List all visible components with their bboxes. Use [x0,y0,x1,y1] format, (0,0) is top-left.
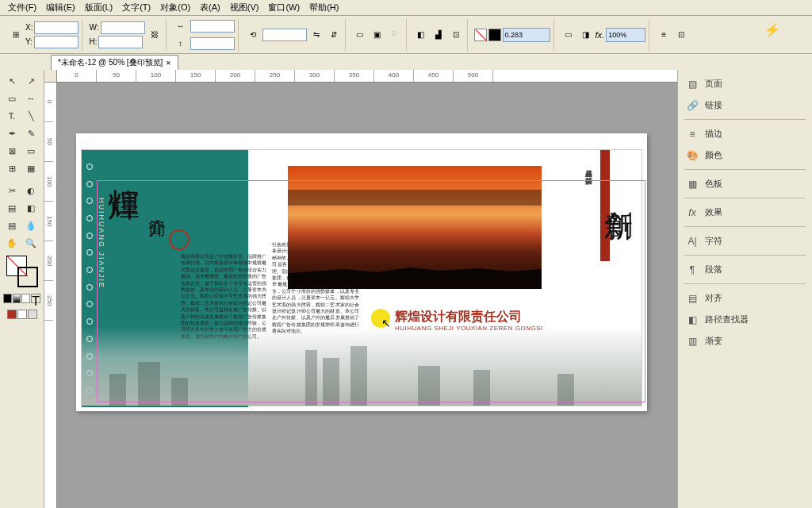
gradient-icon: ▥ [686,336,699,347]
free-transform-tool[interactable]: ◐ [22,183,40,198]
gradient-feather-tool[interactable]: ◧ [22,200,40,216]
x-label: X: [25,23,33,32]
scale-x-input[interactable] [190,20,235,33]
panel-pathfinder[interactable]: ◧路径查找器 [678,309,812,330]
panel-link[interactable]: 🔗链接 [678,94,812,116]
fx-icon[interactable]: ▭ [561,27,576,43]
toolbox: ↖↗ ▭↔ T.╲ ✒✎ ⊠▭ ⊞▦ ✂◐ ▤◧ ▤💧 ✋🔍 T [0,70,44,508]
x-input[interactable] [34,21,79,34]
menu-help[interactable]: 帮助(H) [304,0,343,15]
zoom-tool[interactable]: 🔍 [22,235,40,251]
panel-gradient[interactable]: ▥渐变 [678,330,812,352]
wrap-icon[interactable]: ≡ [656,27,672,43]
note-tool[interactable]: ▤ [3,217,21,233]
fill-swatch[interactable] [474,29,487,41]
vertical-pinyin: HUIHUANG JIANJIE [98,198,105,289]
gap-tool[interactable]: ↔ [22,90,40,106]
y-input[interactable] [34,36,79,48]
rotate-input[interactable] [262,29,307,41]
h-input[interactable] [98,36,143,48]
fx-label-icon[interactable]: fx. [596,30,605,40]
menu-view[interactable]: 视图(V) [225,0,264,15]
pathfinder-b-icon[interactable]: ▟ [431,27,446,43]
scale-x-icon[interactable]: ↔ [173,18,189,34]
artwork-frame: HUIHUANG JIANJIE HUIHUANG JIANJIE HUIHUA… [81,149,642,406]
panel-swatch[interactable]: ▦色板 [678,173,812,194]
fill-stroke-proxy[interactable] [6,256,38,287]
para-icon: ¶ [686,264,699,275]
ruler-horizontal[interactable]: 050100150200250300350400450500 [57,70,677,83]
pen-tool[interactable]: ✒ [3,125,21,141]
menu-table[interactable]: 表(A) [195,0,225,15]
apply-color-icon[interactable] [3,294,12,303]
rotate-icon[interactable]: ⟲ [245,27,261,43]
panel-stroke[interactable]: ≡描边 [678,123,812,144]
constrain-icon[interactable]: ⛓ [147,27,163,43]
menu-file[interactable]: 文件(F) [3,0,41,15]
sunset-image [288,166,542,289]
panel-fx[interactable]: fx效果 [678,202,812,223]
corners-icon[interactable]: ⊡ [673,27,689,43]
pencil-tool[interactable]: ✎ [22,125,40,141]
table-tool[interactable]: ⊞ [3,160,21,176]
menu-edit[interactable]: 编辑(E) [41,0,80,15]
mode-bleed-icon[interactable] [28,310,37,319]
rectangle-tool[interactable]: ▭ [22,143,40,159]
apply-none-icon[interactable] [21,294,30,303]
opacity-input[interactable]: 100% [606,28,645,42]
grid-tool[interactable]: ▦ [22,160,40,176]
stroke-weight-input[interactable]: 0.283 [503,28,550,42]
pathfinder-c-icon[interactable]: ⊡ [448,27,464,43]
artboard[interactable]: HUIHUANG JIANJIE HUIHUANG JIANJIE HUIHUA… [76,133,647,411]
menu-window[interactable]: 窗口(W) [263,0,304,15]
tagline-vertical: 卓越品质 创新科技 [584,164,594,171]
control-bar: ⊞ X: Y: W: H: ⛓ ↔ ↕ ⟲ ⇋ ⇵ ▭ ▣ P ◧ ▟ ⊡ 0 [0,16,812,54]
panel-align[interactable]: ▤对齐 [678,287,812,309]
mode-normal-icon[interactable] [7,310,17,319]
panel-para[interactable]: ¶段落 [678,259,812,280]
rectangle-frame-tool[interactable]: ⊠ [3,143,21,159]
yellow-highlight [371,309,390,328]
reference-point-icon[interactable]: ⊞ [8,27,24,43]
document-tab[interactable]: *未命名-12 @ 50% [叠印预览] ✕ [51,55,178,70]
h-label: H: [89,37,97,46]
hand-tool[interactable]: ✋ [3,235,21,251]
formatting-text-icon[interactable]: T [31,294,40,303]
apply-gradient-icon[interactable] [13,294,21,303]
selection-tool[interactable]: ↖ [3,73,21,89]
lightning-icon[interactable]: ⚡ [764,22,780,37]
pathfinder-a-icon[interactable]: ◧ [413,27,429,43]
mode-preview-icon[interactable] [17,310,27,319]
ruler-origin[interactable] [44,70,57,83]
direct-selection-tool[interactable]: ↗ [22,73,40,89]
select-content-icon[interactable]: ▣ [370,27,385,43]
page-tool[interactable]: ▭ [3,90,21,106]
ruler-vertical[interactable]: 050100150200250 [44,83,57,508]
flip-h-icon[interactable]: ⇋ [308,27,324,43]
link-icon: 🔗 [686,100,699,111]
stroke-swatch[interactable] [488,29,501,41]
canvas-area[interactable]: 050100150200250300350400450500 050100150… [44,70,677,508]
line-tool[interactable]: ╲ [22,108,40,124]
menu-object[interactable]: 对象(O) [155,0,195,15]
text-letter-icon[interactable]: P [387,27,403,43]
w-input[interactable] [101,21,145,34]
flip-v-icon[interactable]: ⇵ [326,27,342,43]
swatch-icon: ▦ [686,179,699,190]
type-tool[interactable]: T. [3,108,21,124]
drop-shadow-icon[interactable]: ◨ [578,27,594,43]
menu-layout[interactable]: 版面(L) [80,0,117,15]
scale-y-input[interactable] [190,37,235,50]
gradient-swatch-tool[interactable]: ▤ [3,200,21,216]
panel-page[interactable]: ▤页面 [678,73,812,94]
close-tab-icon[interactable]: ✕ [166,60,171,67]
align-icon: ▤ [686,293,699,304]
scale-y-icon[interactable]: ↕ [173,36,189,52]
panel-color[interactable]: 🎨颜色 [678,144,812,166]
eyedropper-tool[interactable]: 💧 [22,217,40,233]
company-name-cn: 辉煌设计有限责任公司 [395,309,522,325]
menu-text[interactable]: 文字(T) [117,0,155,15]
select-container-icon[interactable]: ▭ [352,27,368,43]
panel-char[interactable]: A|字符 [678,230,812,252]
scissors-tool[interactable]: ✂ [3,183,21,198]
